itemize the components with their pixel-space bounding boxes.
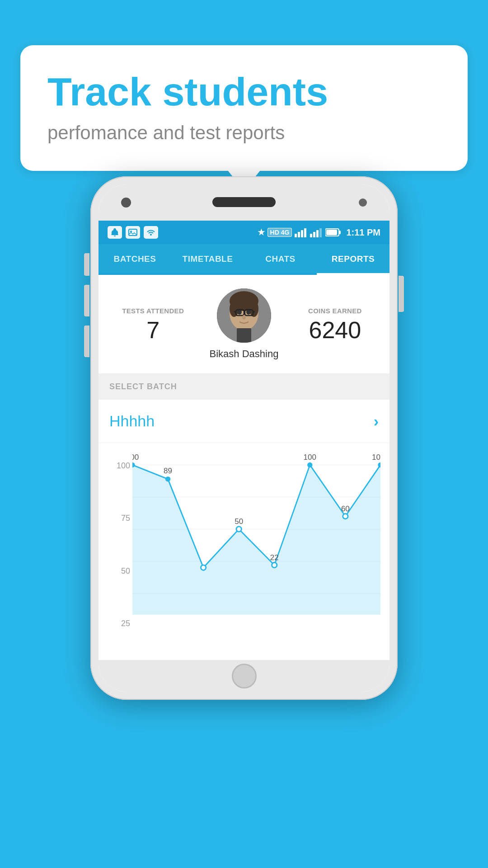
svg-rect-9 — [316, 230, 319, 237]
svg-rect-27 — [237, 328, 251, 343]
bubble-subtitle: perfomance and test reports — [47, 122, 441, 144]
volume-up-button — [84, 285, 89, 316]
avatar-svg — [217, 288, 271, 343]
svg-rect-5 — [301, 230, 303, 237]
avatar — [217, 288, 271, 343]
chart-label-50: 50 — [235, 517, 243, 526]
data-point-6 — [307, 462, 312, 467]
power-button — [399, 276, 404, 312]
svg-marker-33 — [132, 465, 380, 614]
line-chart-svg: 100 89 50 22 100 60 100 — [132, 452, 380, 615]
data-point-3 — [201, 565, 206, 570]
status-time: 1:11 PM — [346, 227, 380, 238]
data-point-5 — [272, 562, 277, 567]
screen-content: ★ HD 4G — [99, 221, 389, 660]
sensor-icon — [359, 198, 367, 207]
bell-icon — [110, 228, 119, 236]
hd-badge: HD 4G — [267, 228, 292, 237]
user-name: Bikash Dashing — [210, 348, 279, 360]
svg-rect-8 — [313, 232, 315, 237]
phone-top-bar — [99, 184, 389, 221]
coins-earned-block: COINS EARNED 6240 — [290, 307, 380, 342]
sensor-area — [359, 198, 367, 207]
volume-down-button — [84, 326, 89, 357]
phone-outer: ★ HD 4G — [90, 176, 398, 700]
chart-label-60: 60 — [341, 505, 350, 513]
batch-name: Hhhhh — [109, 412, 155, 430]
battery-icon — [325, 227, 342, 237]
coins-earned-value: 6240 — [290, 318, 380, 342]
data-point-8 — [378, 462, 380, 467]
chart-label-89: 89 — [164, 467, 172, 475]
photo-icon — [128, 228, 137, 236]
coins-earned-label: COINS EARNED — [290, 307, 380, 315]
tab-chats[interactable]: CHATS — [244, 244, 317, 274]
y-label-50: 50 — [108, 566, 130, 576]
camera-icon — [121, 198, 131, 208]
svg-point-26 — [242, 315, 246, 320]
svg-rect-3 — [295, 234, 297, 237]
status-bar: ★ HD 4G — [99, 221, 389, 244]
navigation-tabs: BATCHES TIMETABLE CHATS REPORTS — [99, 244, 389, 275]
tests-attended-value: 7 — [108, 318, 198, 342]
svg-point-2 — [150, 234, 152, 236]
svg-rect-6 — [304, 228, 306, 237]
bubble-title: Track students — [47, 70, 441, 114]
user-avatar-block: Bikash Dashing — [198, 288, 289, 360]
notification-icon — [108, 226, 122, 239]
svg-rect-13 — [339, 231, 341, 234]
data-point-7 — [343, 514, 348, 519]
data-point-2 — [165, 476, 170, 481]
select-batch-label: SELECT BATCH — [109, 382, 177, 391]
tab-batches[interactable]: BATCHES — [99, 244, 171, 274]
phone-bottom-bar — [99, 660, 389, 692]
signal-icon — [295, 227, 307, 237]
chart-label-100c: 100 — [372, 453, 380, 462]
svg-rect-10 — [319, 228, 322, 237]
profile-section: TESTS ATTENDED 7 — [99, 275, 389, 374]
y-label-25: 25 — [108, 619, 130, 628]
tab-reports[interactable]: REPORTS — [317, 244, 389, 274]
y-axis: 100 75 50 25 — [108, 461, 130, 628]
y-label-100: 100 — [108, 461, 130, 471]
chart-label-22: 22 — [270, 553, 279, 562]
mute-button — [84, 253, 89, 276]
tests-attended-block: TESTS ATTENDED 7 — [108, 307, 198, 342]
phone-mockup: ★ HD 4G — [90, 176, 398, 700]
speech-bubble: Track students perfomance and test repor… — [20, 45, 468, 171]
chart-container: 100 75 50 25 — [108, 452, 380, 642]
svg-point-17 — [230, 301, 239, 317]
earpiece — [212, 197, 276, 207]
svg-rect-4 — [298, 232, 300, 237]
chart-label-100a: 100 — [132, 453, 139, 462]
phone-screen: ★ HD 4G — [99, 184, 389, 692]
chart-section: 100 75 50 25 — [99, 443, 389, 660]
data-point-4 — [236, 527, 241, 532]
batch-item[interactable]: Hhhhh › — [99, 400, 389, 443]
select-batch-header: SELECT BATCH — [99, 374, 389, 400]
signal-icon-2 — [310, 227, 323, 237]
status-icons-left — [108, 226, 158, 239]
wifi-icon — [144, 226, 158, 239]
status-right: ★ HD 4G — [258, 227, 380, 238]
connectivity-icon — [146, 228, 155, 236]
y-label-75: 75 — [108, 514, 130, 523]
svg-rect-7 — [310, 234, 312, 237]
chart-label-100b: 100 — [304, 453, 316, 462]
svg-point-18 — [249, 301, 258, 317]
bluetooth-icon: ★ — [258, 227, 265, 237]
image-icon — [126, 226, 140, 239]
svg-rect-12 — [326, 230, 337, 235]
tests-attended-label: TESTS ATTENDED — [108, 307, 198, 315]
tab-timetable[interactable]: TIMETABLE — [171, 244, 244, 274]
chevron-right-icon: › — [374, 412, 379, 430]
home-button[interactable] — [232, 664, 257, 689]
